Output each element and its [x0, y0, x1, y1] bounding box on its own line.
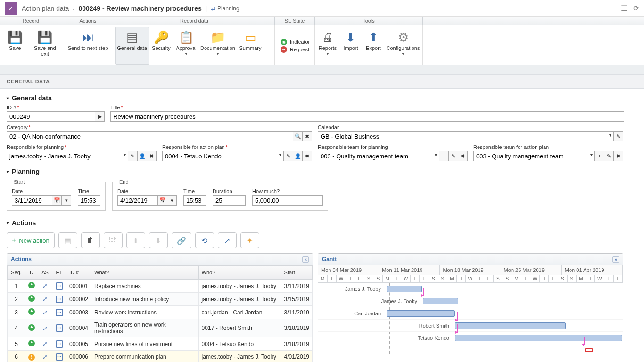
export-button[interactable]: ⬆ Export — [362, 27, 385, 65]
general-data-button[interactable]: ▤ General data — [115, 27, 149, 65]
table-row[interactable]: 6!⤢⋯000006Prepare communication planjame… — [8, 351, 313, 362]
col-id[interactable]: ID # — [66, 266, 91, 280]
calendar-icon[interactable]: 📅 — [158, 195, 167, 206]
table-row[interactable]: 3⤢⋯000003Review work instructionscarl.jo… — [8, 306, 313, 319]
category-field[interactable] — [7, 131, 293, 141]
save-exit-button[interactable]: 💾 Save and exit — [29, 27, 61, 65]
gantt-bar[interactable] — [387, 286, 422, 292]
summary-button[interactable]: ▭ Summary — [237, 27, 264, 65]
col-et[interactable]: ET — [52, 266, 66, 280]
team-planning-select[interactable] — [318, 151, 439, 161]
breadcrumb-sep: › — [73, 5, 74, 12]
edit-icon[interactable]: ✎ — [614, 131, 623, 141]
collapse-left-icon[interactable]: « — [302, 256, 309, 263]
col-start[interactable]: Start — [281, 266, 312, 280]
clear-icon[interactable]: ✖ — [614, 151, 623, 161]
cell-what: Train operators on new work instructions — [91, 319, 199, 337]
search-icon[interactable]: 🔍 — [293, 131, 303, 141]
gantt-bar[interactable] — [455, 322, 566, 329]
howmuch-field[interactable] — [252, 195, 323, 206]
title-field[interactable] — [110, 111, 624, 122]
table-row[interactable]: 1⤢⋯000001Replace machinesjames.tooby - J… — [8, 280, 313, 293]
id-field[interactable] — [7, 111, 95, 122]
link-button[interactable]: 🔗 — [172, 232, 191, 248]
duration-field[interactable] — [213, 195, 246, 206]
col-as[interactable]: AS — [38, 266, 52, 280]
gantt-bar[interactable] — [423, 298, 458, 304]
approval-icon: 📋 — [179, 29, 194, 45]
new-action-button[interactable]: + New action — [7, 232, 55, 248]
gantt-day-header: S — [558, 275, 568, 283]
collapse-icon[interactable]: ☰ — [621, 4, 627, 13]
save-button[interactable]: 💾 Save — [1, 27, 29, 65]
recalc-button[interactable]: ⟲ — [195, 232, 214, 248]
refresh-icon[interactable]: ⟳ — [633, 4, 639, 13]
add-icon[interactable]: + — [439, 151, 449, 161]
calendar-icon[interactable]: 📅 — [52, 195, 62, 206]
breadcrumb-root[interactable]: Action plan data — [22, 5, 69, 12]
start-date-field[interactable] — [12, 195, 52, 206]
reports-button[interactable]: 🖨 Reports ▼ — [316, 27, 339, 65]
clear-icon[interactable]: ✖ — [303, 151, 312, 161]
col-who[interactable]: Who? — [198, 266, 281, 280]
resp-planning-select[interactable] — [7, 151, 128, 161]
request-link[interactable]: ➜ Request — [281, 46, 310, 53]
delete-action-button[interactable]: 🗑 — [81, 232, 100, 248]
cell-et: ⋯ — [52, 293, 66, 306]
table-row[interactable]: 4⤢⋯000004Train operators on new work ins… — [8, 319, 313, 337]
security-button[interactable]: 🔑 Security — [149, 27, 173, 65]
col-seq[interactable]: Seq. — [8, 266, 25, 280]
gantt-day-header: F — [614, 275, 623, 283]
start-time-field[interactable] — [78, 195, 100, 206]
indicator-icon: ◉ — [281, 39, 287, 45]
collapse-right-icon[interactable]: » — [612, 256, 619, 263]
open-button[interactable]: ↗ — [218, 232, 237, 248]
section-general-data[interactable]: ▾ General data — [0, 90, 644, 105]
end-time-field[interactable] — [183, 195, 206, 206]
user-icon[interactable]: 👤 — [293, 151, 303, 161]
gantt-day-header: W — [337, 275, 346, 283]
resp-action-plan-select[interactable] — [162, 151, 284, 161]
calendar-select[interactable] — [318, 131, 614, 141]
send-next-step-button[interactable]: ⏭ Send to next step — [63, 27, 113, 65]
edit-icon[interactable]: ✎ — [449, 151, 458, 161]
table-row[interactable]: 2⤢⋯000002Introduce new machine policyjam… — [8, 293, 313, 306]
col-what[interactable]: What? — [91, 266, 199, 280]
cell-start: 3/11/2019 — [281, 306, 312, 319]
cell-who: james.tooby - James J. Tooby — [198, 280, 281, 293]
team-action-plan-select[interactable] — [473, 151, 595, 161]
approval-button[interactable]: 📋 Approval ▼ — [173, 27, 199, 65]
id-lookup-button[interactable]: ▶ — [95, 111, 105, 122]
documentation-button[interactable]: 📁 Documentation ▼ — [199, 27, 237, 65]
move-up-button[interactable]: ⬆ — [126, 232, 145, 248]
chevron-down-icon[interactable]: ▾ — [62, 195, 71, 206]
gantt-bar[interactable] — [585, 348, 593, 352]
move-down-button[interactable]: ⬇ — [149, 232, 168, 248]
user-icon[interactable]: 👤 — [138, 151, 147, 161]
chevron-down-icon[interactable]: ▾ — [167, 195, 177, 206]
clear-icon[interactable]: ✖ — [458, 151, 468, 161]
cell-id: 000005 — [66, 337, 91, 351]
gantt-bar[interactable] — [387, 310, 455, 317]
col-d[interactable]: D — [25, 266, 38, 280]
gantt-bar[interactable] — [455, 335, 622, 341]
table-row[interactable]: 5⤢⋯000005Pursue new lines of investment0… — [8, 337, 313, 351]
cell-seq: 3 — [8, 306, 25, 319]
section-planning[interactable]: ▾ Planning — [0, 164, 644, 178]
import-button[interactable]: ⬇ Import — [339, 27, 362, 65]
indicator-link[interactable]: ◉ Indicator — [281, 39, 310, 45]
edit-icon[interactable]: ✎ — [128, 151, 138, 161]
edit-action-button[interactable]: ▤ — [58, 232, 77, 248]
clear-icon[interactable]: ✖ — [303, 131, 312, 141]
copy-button[interactable]: ⿻ — [104, 232, 123, 248]
configurations-button[interactable]: ⚙ Configurations ▼ — [385, 27, 421, 65]
edit-icon[interactable]: ✎ — [604, 151, 614, 161]
section-actions[interactable]: ▾ Actions — [0, 215, 644, 230]
project-button[interactable]: ✦ — [240, 232, 259, 248]
gantt-row-label: Carl Jordan — [318, 311, 384, 316]
edit-icon[interactable]: ✎ — [284, 151, 293, 161]
cell-seq: 6 — [8, 351, 25, 362]
clear-icon[interactable]: ✖ — [147, 151, 157, 161]
add-icon[interactable]: + — [595, 151, 604, 161]
end-date-field[interactable] — [117, 195, 158, 206]
